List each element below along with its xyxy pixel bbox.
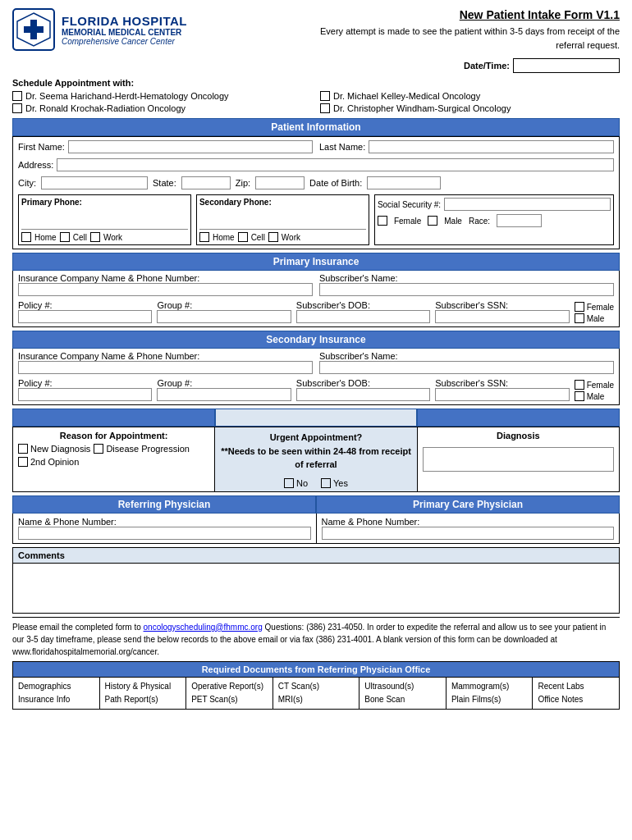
- checkbox-doctor-1[interactable]: [12, 91, 22, 101]
- pi-city-row: City: State: Zip: Date of Birth:: [13, 175, 619, 193]
- ssn-label: Social Security #:: [378, 200, 441, 209]
- referring-col: Name & Phone Number:: [13, 514, 317, 543]
- race-input[interactable]: [497, 214, 542, 227]
- primary-care-name-phone-label: Name & Phone Number:: [322, 517, 615, 527]
- pi-policy-input[interactable]: [18, 310, 152, 323]
- si-company-input[interactable]: [18, 361, 313, 374]
- disease-progression-check[interactable]: [94, 444, 103, 454]
- date-input[interactable]: [513, 58, 620, 73]
- date-time-row: Date/Time:: [12, 58, 620, 73]
- si-sub-ssn-input[interactable]: [435, 388, 569, 401]
- doc-col-3: Operative Report(s) PET Scan(s): [186, 678, 273, 709]
- si-female-check[interactable]: [575, 380, 584, 390]
- doc-col-6: Mammogram(s) Plain Films(s): [447, 678, 534, 709]
- ref-pc-body: Name & Phone Number: Name & Phone Number…: [12, 514, 620, 544]
- second-opinion-check[interactable]: [18, 457, 28, 467]
- first-name-input[interactable]: [68, 140, 313, 153]
- pi-group-input[interactable]: [157, 310, 291, 323]
- male-check[interactable]: [428, 216, 437, 226]
- pi-company-input[interactable]: [18, 283, 313, 296]
- si-sub-dob-input[interactable]: [296, 388, 430, 401]
- female-label: Female: [394, 217, 421, 226]
- primary-home-check[interactable]: [21, 232, 31, 242]
- dob-input[interactable]: [367, 176, 441, 189]
- primary-insurance-section: Insurance Company Name & Phone Number: S…: [12, 271, 620, 327]
- secondary-phone-group: Secondary Phone: Home Cell Work: [196, 194, 369, 245]
- si-group-input[interactable]: [157, 388, 291, 401]
- pi-sub-ssn-label: Subscriber's SSN:: [435, 300, 569, 310]
- pi-group-group: Group #:: [157, 300, 291, 323]
- pi-subscriber-input[interactable]: [319, 283, 614, 296]
- reason-diag-outer: Reason for Appointment: New Diagnosis Di…: [12, 409, 620, 492]
- form-title: New Patient Intake Form V1.1: [204, 8, 620, 21]
- secondary-home-check[interactable]: [199, 232, 209, 242]
- state-input[interactable]: [181, 176, 231, 189]
- logo-title: FLORIDA HOSPITAL: [62, 14, 187, 28]
- primary-insurance-header: Primary Insurance: [12, 253, 620, 271]
- pi-female-check[interactable]: [575, 302, 584, 312]
- primary-care-header: Primary Care Physician: [316, 495, 620, 514]
- patient-info-outer: Patient Information First Name: Last Nam…: [12, 118, 620, 249]
- schedule-item-4[interactable]: Dr. Christopher Windham-Surgical Oncolog…: [320, 103, 620, 113]
- new-diagnosis-check[interactable]: [18, 444, 28, 454]
- checkbox-doctor-2[interactable]: [12, 103, 22, 113]
- comments-body[interactable]: [13, 564, 619, 613]
- diag-col: Diagnosis: [418, 427, 619, 491]
- urgent-no-check[interactable]: [284, 478, 294, 488]
- pi-male-check[interactable]: [575, 313, 584, 323]
- zip-input[interactable]: [255, 176, 305, 189]
- referring-name-phone-label: Name & Phone Number:: [18, 517, 311, 527]
- second-opinion-check-row: 2nd Opinion: [18, 457, 209, 467]
- urgent-sub-text: **Needs to be seen within 24-48 from rec…: [221, 446, 411, 470]
- referring-input[interactable]: [18, 527, 311, 540]
- si-policy-input[interactable]: [18, 388, 152, 401]
- pi-sub-ssn-group: Subscriber's SSN:: [435, 300, 569, 323]
- checkbox-doctor-4[interactable]: [320, 103, 330, 113]
- pi-company-label: Insurance Company Name & Phone Number:: [18, 273, 313, 283]
- address-input[interactable]: [57, 158, 614, 171]
- pi-name-row: First Name: Last Name:: [13, 137, 619, 157]
- schedule-item-3[interactable]: Dr. Michael Kelley-Medical Oncology: [320, 91, 620, 101]
- si-subscriber-input[interactable]: [319, 361, 614, 374]
- schedule-item-2[interactable]: Dr. Ronald Krochak-Radiation Oncology: [12, 103, 312, 113]
- secondary-cell-label: Cell: [251, 233, 265, 242]
- checkbox-doctor-3[interactable]: [320, 91, 330, 101]
- footer-email-link[interactable]: oncologyscheduling@fhmmc.org: [144, 623, 263, 632]
- secondary-phone-input-area[interactable]: [199, 207, 366, 230]
- header-subtitle: Every attempt is made to see the patient…: [204, 25, 620, 52]
- comments-header: Comments: [13, 548, 619, 564]
- si-male-check[interactable]: [575, 391, 584, 401]
- primary-phone-input-area[interactable]: [21, 207, 188, 230]
- pi-sub-dob-input[interactable]: [296, 310, 430, 323]
- comments-section: Comments: [12, 547, 620, 614]
- required-docs-section: Required Documents from Referring Physic…: [12, 661, 620, 710]
- ssn-input[interactable]: [444, 198, 611, 211]
- schedule-item-1[interactable]: Dr. Seema Harichand-Herdt-Hematology Onc…: [12, 91, 312, 101]
- pi-first-name-group: First Name:: [18, 140, 313, 153]
- primary-phone-checks: Home Cell Work: [21, 232, 188, 242]
- address-label: Address:: [18, 160, 53, 170]
- primary-phone-group: Primary Phone: Home Cell Work: [18, 194, 191, 245]
- secondary-work-check[interactable]: [268, 232, 278, 242]
- urgent-col: Urgent Appointment? **Needs to be seen w…: [215, 427, 417, 491]
- primary-cell-check[interactable]: [60, 232, 70, 242]
- si-ins-row1: Insurance Company Name & Phone Number: S…: [13, 349, 619, 377]
- pi-female-label: Female: [587, 303, 614, 312]
- primary-care-input[interactable]: [322, 527, 615, 540]
- doc-item-1-1: Demographics: [18, 680, 94, 693]
- diagnosis-input[interactable]: [423, 447, 614, 472]
- female-check[interactable]: [378, 216, 387, 226]
- last-name-input[interactable]: [369, 140, 614, 153]
- city-input[interactable]: [41, 176, 148, 189]
- secondary-cell-check[interactable]: [238, 232, 248, 242]
- si-female-row: Female: [575, 380, 614, 390]
- si-company-group: Insurance Company Name & Phone Number:: [18, 351, 313, 374]
- urgent-yes-check[interactable]: [321, 478, 331, 488]
- primary-work-check[interactable]: [90, 232, 100, 242]
- city-label: City:: [18, 178, 36, 188]
- si-sub-ssn-group: Subscriber's SSN:: [435, 378, 569, 401]
- si-group-label: Group #:: [157, 378, 291, 388]
- doc-col-1: Demographics Insurance Info: [13, 678, 100, 709]
- pi-sub-ssn-input[interactable]: [435, 310, 569, 323]
- dob-label: Date of Birth:: [309, 178, 362, 188]
